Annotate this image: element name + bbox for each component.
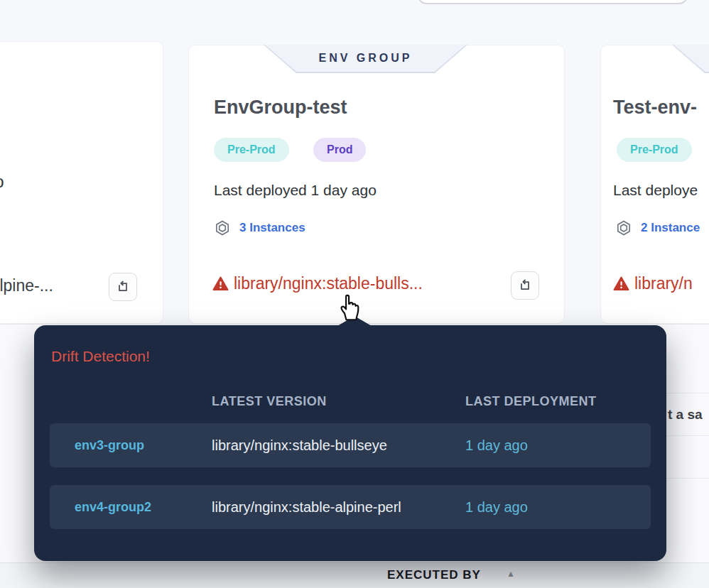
executed-by-column-header[interactable]: EXECUTED BY [387, 568, 481, 582]
card-title: EnvGroup-test [214, 97, 347, 119]
env-card-left[interactable]: go -alpine-... [0, 41, 163, 324]
warning-icon [613, 276, 629, 291]
image-name-text: library/nginx:stable-bulls... [234, 274, 423, 293]
latest-version-value: library/nginx:stable-alpine-perl [212, 485, 401, 529]
hand-cursor-icon [334, 290, 365, 322]
latest-version-value: library/nginx:stable-bullseye [212, 423, 387, 467]
card-title: Test-env- [613, 97, 697, 119]
table-cell-fragment: t a sa [668, 407, 703, 423]
copy-icon [116, 280, 130, 294]
hexagon-icon [214, 219, 231, 236]
env-card-envgroup-test[interactable]: ENV GROUP EnvGroup-test Pre-Prod Prod La… [188, 45, 565, 324]
column-header-last-deployment: LAST DEPLOYMENT [465, 394, 597, 409]
warning-icon [212, 276, 229, 291]
env-group-ribbon: ENV GROUP [264, 45, 467, 73]
last-deployed-text: Last deployed 1 day ago [214, 182, 377, 199]
env-card-test-env[interactable]: Test-env- Pre-Prod Last deploye 2 Instan… [600, 45, 709, 324]
drift-image-link[interactable]: library/n [613, 274, 693, 293]
drift-image-link[interactable]: library/nginx:stable-bulls... [212, 274, 423, 293]
badge-pre-prod: Pre-Prod [617, 138, 692, 162]
table-row-divider [666, 393, 709, 393]
column-header-latest-version: LATEST VERSION [212, 394, 327, 409]
table-row: env4-group2 library/nginx:stable-alpine-… [50, 485, 651, 529]
hexagon-icon [615, 219, 632, 236]
copy-image-button[interactable] [109, 273, 137, 301]
last-deployment-value: 1 day ago [465, 485, 528, 529]
badge-pre-prod: Pre-Prod [214, 138, 289, 162]
sort-asc-icon[interactable]: ▲ [507, 569, 515, 579]
last-deployed-fragment: go [0, 172, 4, 192]
tooltip-title: Drift Detection! [51, 348, 150, 365]
env-group-ribbon-label: ENV GROUP [318, 52, 412, 65]
instances-link[interactable]: 2 Instance [615, 219, 700, 236]
last-deployed-text: Last deploye [613, 182, 698, 199]
instances-label: 2 Instance [641, 221, 700, 235]
image-name-text: library/n [634, 274, 693, 293]
table-header-bar: EXECUTED BY ▲ [0, 562, 709, 588]
copy-image-button[interactable] [511, 271, 539, 300]
env-group-link[interactable]: env3-group [75, 423, 144, 467]
image-name-fragment: -alpine-... [0, 276, 53, 295]
table-row: env3-group library/nginx:stable-bullseye… [50, 423, 651, 467]
dashboard-page: go -alpine-... ENV GROUP EnvGroup-test P… [0, 0, 709, 588]
drift-detection-tooltip: Drift Detection! LATEST VERSION LAST DEP… [34, 325, 666, 561]
last-deployment-value: 1 day ago [465, 423, 528, 467]
top-bar-fragment[interactable] [418, 0, 688, 4]
env-group-link[interactable]: env4-group2 [75, 485, 151, 529]
table-row-divider [666, 478, 709, 479]
badge-prod: Prod [313, 138, 366, 162]
copy-icon [518, 278, 532, 293]
instances-label: 3 Instances [239, 221, 305, 235]
table-row-divider [666, 435, 709, 436]
instances-link[interactable]: 3 Instances [214, 219, 305, 236]
env-group-ribbon [672, 45, 709, 73]
